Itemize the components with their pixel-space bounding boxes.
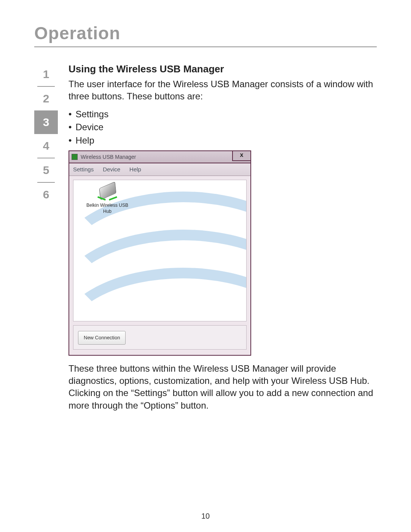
intro-paragraph: The user interface for the Wireless USB … bbox=[68, 78, 377, 103]
section-tab-6[interactable]: 6 bbox=[34, 183, 58, 206]
device-label: Belkin Wireless USB bbox=[79, 202, 136, 208]
menu-settings[interactable]: Settings bbox=[73, 166, 94, 173]
hub-icon bbox=[97, 183, 118, 201]
section-tab-1[interactable]: 1 bbox=[34, 62, 58, 86]
window-title-text: Wireless USB Manager bbox=[81, 153, 136, 161]
closing-paragraph: These three buttons within the Wireless … bbox=[68, 363, 377, 412]
app-window: Wireless USB Manager x Settings Device H… bbox=[68, 150, 251, 356]
bullet-list: Settings Device Help bbox=[68, 108, 377, 147]
section-tab-2[interactable]: 2 bbox=[34, 87, 58, 110]
section-heading: Using the Wireless USB Manager bbox=[68, 62, 377, 76]
window-titlebar[interactable]: Wireless USB Manager x bbox=[69, 151, 250, 163]
menu-help[interactable]: Help bbox=[129, 166, 141, 173]
bullet-item: Help bbox=[68, 134, 377, 147]
section-tab-4[interactable]: 4 bbox=[34, 134, 58, 158]
app-icon bbox=[72, 154, 78, 160]
title-rule bbox=[34, 46, 377, 47]
close-button[interactable]: x bbox=[232, 150, 251, 161]
bullet-item: Settings bbox=[68, 108, 377, 120]
device-item[interactable]: Belkin Wireless USB Hub bbox=[79, 183, 136, 214]
menubar: Settings Device Help bbox=[69, 163, 250, 176]
main-column: Using the Wireless USB Manager The user … bbox=[68, 62, 377, 421]
new-connection-button[interactable]: New Connection bbox=[78, 331, 126, 345]
menu-device[interactable]: Device bbox=[103, 166, 120, 173]
device-label: Hub bbox=[79, 208, 136, 214]
page-title: Operation bbox=[34, 23, 377, 43]
window-bottom-bar: New Connection bbox=[73, 325, 247, 350]
page-number: 10 bbox=[0, 512, 411, 521]
section-tab-3[interactable]: 3 bbox=[34, 110, 58, 134]
section-tab-5[interactable]: 5 bbox=[34, 158, 58, 182]
bullet-item: Device bbox=[68, 121, 377, 133]
window-client-area: Belkin Wireless USB Hub bbox=[73, 180, 247, 321]
section-number-strip: 1 2 3 4 5 6 bbox=[34, 62, 58, 206]
